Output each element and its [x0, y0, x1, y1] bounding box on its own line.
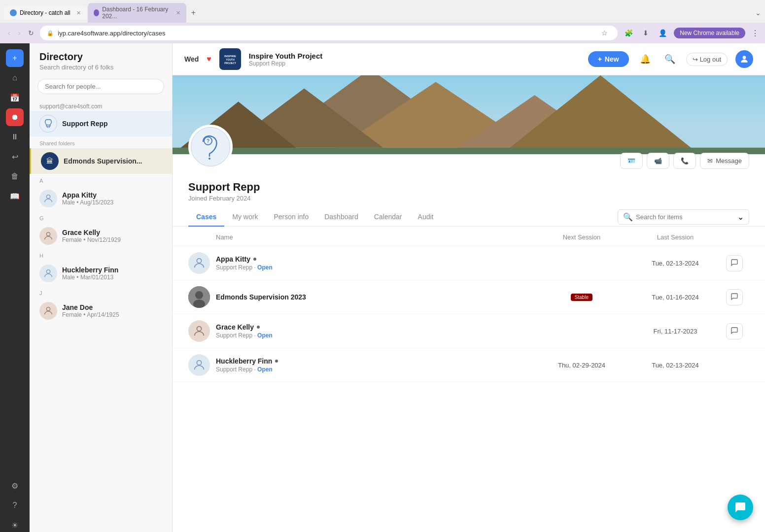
tab-close-directory[interactable]: ✕ — [76, 10, 81, 16]
rail-home-icon[interactable]: ⌂ — [6, 69, 24, 87]
jane-doe-info: Jane Doe Female • Apr/14/1925 — [62, 303, 162, 318]
tab-favicon-directory — [10, 9, 17, 16]
tab-audit[interactable]: Audit — [410, 208, 442, 227]
download-icon[interactable]: ⬇ — [640, 28, 652, 38]
sidebar-item-grace-kelly[interactable]: Grace Kelly Female • Nov/12/1929 — [30, 223, 172, 249]
svg-point-22 — [197, 259, 201, 263]
search-expand-icon[interactable]: ⌄ — [737, 212, 744, 222]
cases-table: Name Next Session Last Session Appa Kitt… — [173, 229, 765, 382]
rail-settings-icon[interactable]: ⚙ — [6, 477, 24, 495]
grace-kelly-case-name: Grace Kelly — [216, 323, 532, 331]
profile-icon[interactable]: 👤 — [656, 28, 670, 38]
video-button[interactable]: 📹 — [647, 153, 669, 169]
tab-dashboard[interactable]: Dashboard - 16 February 202... ✕ — [88, 3, 186, 23]
org-name: Inspire Youth Project — [249, 52, 322, 60]
rail-brightness-icon[interactable]: ☀ — [6, 516, 24, 532]
tab-close-dashboard[interactable]: ✕ — [176, 10, 180, 16]
grace-kelly-name: Grace Kelly — [62, 229, 162, 236]
edmonds-chat-button[interactable] — [726, 289, 743, 305]
float-chat-button[interactable] — [728, 495, 753, 520]
search-input[interactable] — [37, 79, 164, 94]
cases-table-header: Name Next Session Last Session — [173, 229, 765, 246]
sidebar-item-edmonds[interactable]: 🏛 Edmonds Supervision... — [30, 148, 172, 174]
rail-help-icon[interactable]: ? — [6, 497, 24, 514]
forward-button[interactable]: › — [16, 27, 23, 39]
tab-cases[interactable]: Cases — [188, 208, 224, 227]
sidebar-item-huckleberry[interactable]: Huckleberry Finn Male • Mar/01/2013 — [30, 261, 172, 286]
star-icon[interactable]: ☆ — [598, 28, 611, 38]
appa-kitty-chat-button[interactable] — [726, 255, 743, 271]
appa-kitty-case-info: Appa Kitty Support Repp · Open — [210, 255, 532, 271]
table-row[interactable]: Huckleberry Finn Support Repp · Open Thu… — [173, 348, 765, 382]
back-button[interactable]: ‹ — [6, 27, 12, 39]
rail-add-button[interactable]: + — [6, 49, 24, 67]
appa-kitty-case-avatar — [188, 252, 210, 274]
tab-directory[interactable]: Directory - catch all ✕ — [4, 6, 87, 19]
new-button-plus: + — [598, 55, 602, 63]
support-repp-label: Support Repp — [62, 120, 108, 128]
profile-actions: 🪪 📹 📞 ✉ Message — [620, 153, 749, 169]
browser-tab-bar: Directory - catch all ✕ Dashboard - 16 F… — [0, 0, 765, 23]
svg-point-19 — [209, 158, 210, 160]
phone-icon: 📞 — [681, 157, 689, 165]
edmonds-status-badge: Stable — [571, 294, 592, 301]
appa-kitty-dot — [253, 258, 256, 261]
id-card-button[interactable]: 🪪 — [620, 153, 643, 169]
tab-overflow-button[interactable]: ⌄ — [755, 9, 761, 17]
message-button[interactable]: ✉ Message — [700, 153, 749, 169]
huckleberry-next-session: Thu, 02-29-2024 — [532, 362, 631, 369]
appa-kitty-meta: Male • Aug/15/2023 — [62, 199, 162, 206]
sidebar-item-appa-kitty[interactable]: Appa Kitty Male • Aug/15/2023 — [30, 186, 172, 211]
appa-kitty-action — [720, 255, 749, 271]
grace-kelly-chat-button[interactable] — [726, 323, 743, 339]
rail-back-icon[interactable]: ↩ — [6, 148, 24, 166]
rail-record-icon[interactable]: ⏺ — [6, 108, 24, 126]
extensions-icon[interactable]: 🧩 — [622, 28, 636, 38]
svg-text:YOUTH: YOUTH — [226, 58, 235, 61]
huckleberry-avatar — [39, 265, 57, 282]
new-button[interactable]: + New — [588, 51, 629, 67]
address-text: iyp.care4software.app/directory/cases — [58, 30, 594, 37]
table-row[interactable]: Edmonds Supervision 2023 Stable Tue, 01-… — [173, 280, 765, 314]
edmonds-case-info: Edmonds Supervision 2023 — [210, 293, 532, 301]
huckleberry-last-session: Tue, 02-13-2024 — [631, 362, 720, 369]
search-button[interactable]: 🔍 — [661, 51, 678, 67]
tab-favicon-dashboard — [94, 9, 100, 16]
tab-dashboard[interactable]: Dashboard — [316, 208, 366, 227]
tab-person-info[interactable]: Person info — [266, 208, 316, 227]
org-role: Support Repp — [249, 60, 322, 67]
edmonds-case-name: Edmonds Supervision 2023 — [216, 293, 532, 301]
app-container: + ⌂ 📅 ⏺ ⏸ ↩ 🗑 📖 ⚙ ? ☀ Directory Search d… — [0, 43, 765, 532]
browser-menu-button[interactable]: ⋮ — [751, 29, 759, 38]
sidebar-item-support-repp[interactable]: Support Repp — [30, 111, 172, 136]
logout-icon: ↪ — [693, 56, 698, 63]
edmonds-next-session: Stable — [532, 294, 631, 301]
grace-kelly-case-avatar — [188, 320, 210, 342]
chrome-available-button[interactable]: New Chrome available — [674, 28, 745, 38]
table-row[interactable]: Grace Kelly Support Repp · Open Fri, 11-… — [173, 314, 765, 348]
grace-kelly-last-session: Fri, 11-17-2023 — [631, 328, 720, 335]
rail-book-icon[interactable]: 📖 — [6, 187, 24, 205]
rail-delete-icon[interactable]: 🗑 — [6, 167, 24, 185]
logout-button[interactable]: ↪ Log out — [686, 53, 728, 66]
user-avatar-button[interactable] — [735, 50, 753, 68]
phone-button[interactable]: 📞 — [673, 153, 696, 169]
tab-my-work[interactable]: My work — [224, 208, 266, 227]
sidebar-item-jane-doe[interactable]: Jane Doe Female • Apr/14/1925 — [30, 298, 172, 324]
top-header: Wed ♥ INSPIRE YOUTH PROJECT Inspire Yout… — [173, 43, 765, 75]
new-tab-button[interactable]: + — [187, 6, 200, 19]
cases-search-input[interactable] — [636, 213, 734, 221]
huckleberry-name: Huckleberry Finn — [62, 266, 162, 274]
table-row[interactable]: Appa Kitty Support Repp · Open Tue, 02-1… — [173, 246, 765, 280]
tab-calendar[interactable]: Calendar — [366, 208, 410, 227]
sidebar-email: support@care4soft.com — [30, 100, 172, 111]
address-bar[interactable]: 🔒 iyp.care4software.app/directory/cases … — [40, 26, 618, 40]
edmonds-last-session: Tue, 01-16-2024 — [631, 294, 720, 301]
svg-point-2 — [46, 195, 50, 199]
logout-label: Log out — [700, 56, 721, 63]
rail-pause-icon[interactable]: ⏸ — [6, 128, 24, 146]
svg-point-10 — [743, 56, 746, 59]
notification-button[interactable]: 🔔 — [637, 51, 654, 67]
reload-button[interactable]: ↻ — [26, 27, 36, 39]
rail-calendar-icon[interactable]: 📅 — [6, 89, 24, 106]
